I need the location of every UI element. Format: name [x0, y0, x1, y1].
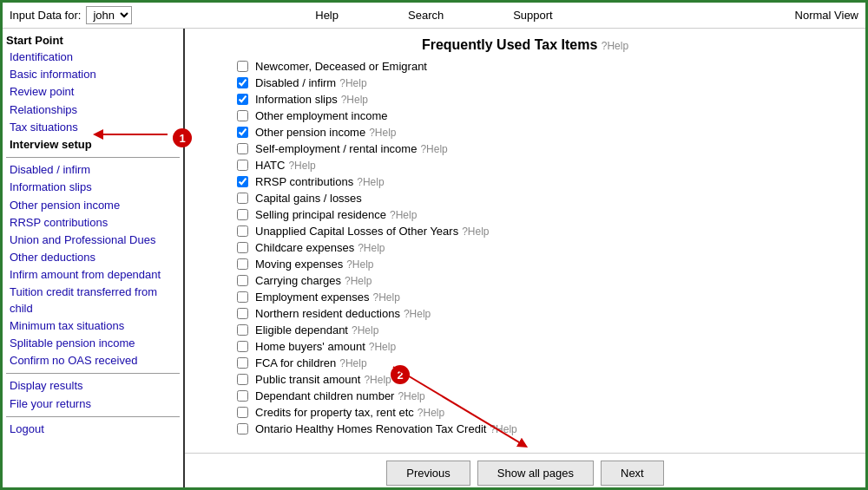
show-all-pages-button[interactable]: Show all pages: [477, 461, 594, 486]
top-bar: Input Data for: john Help Search Support…: [3, 3, 865, 29]
bottom-bar: Previous Show all pages Next: [185, 453, 865, 490]
sidebar-item-other-pension[interactable]: Other pension income: [6, 197, 180, 214]
sidebar-item-tax-situations[interactable]: Tax situations: [6, 119, 180, 136]
tax-item-label-rrsp: RRSP contributions: [255, 175, 353, 188]
support-link[interactable]: Support: [513, 9, 553, 22]
tax-item-checkbox-capital-gains[interactable]: [237, 193, 248, 204]
tax-item-help-self-employment[interactable]: ?Help: [420, 143, 447, 155]
sidebar-item-basic-information[interactable]: Basic information: [6, 66, 180, 83]
tax-item-label-public-transit: Public transit amount: [255, 373, 360, 386]
tax-item-checkbox-dependant-children[interactable]: [237, 390, 248, 402]
tax-item-help-fca-children[interactable]: ?Help: [339, 357, 366, 369]
sidebar-item-union-dues[interactable]: Union and Professional Dues: [6, 232, 180, 249]
tax-item-help-childcare[interactable]: ?Help: [358, 242, 385, 254]
sidebar-item-logout[interactable]: Logout: [6, 421, 180, 438]
tax-item-label-other-pension: Other pension income: [255, 126, 365, 139]
tax-item-label-newcomer: Newcomer, Deceased or Emigrant: [255, 60, 427, 73]
tax-item-checkbox-information-slips[interactable]: [237, 94, 248, 105]
tax-item-checkbox-ontario-healthy[interactable]: [237, 423, 248, 434]
tax-item-help-public-transit[interactable]: ?Help: [364, 374, 391, 386]
tax-item-checkbox-home-buyers[interactable]: [237, 341, 248, 352]
tax-item-row: Northern resident deductions?Help: [237, 305, 831, 322]
input-for-select[interactable]: john: [86, 6, 132, 24]
tax-item-row: Moving expenses?Help: [237, 256, 831, 272]
sidebar-item-file-returns[interactable]: File your returns: [6, 395, 180, 413]
tax-item-checkbox-credits-property[interactable]: [237, 407, 248, 418]
tax-item-checkbox-carrying[interactable]: [237, 275, 248, 286]
tax-item-help-eligible-dependant[interactable]: ?Help: [352, 324, 378, 336]
previous-button[interactable]: Previous: [386, 461, 470, 486]
tax-item-row: Unapplied Capital Losses of Other Years?…: [237, 223, 831, 239]
sidebar-item-infirm-amount[interactable]: Infirm amount from dependant: [6, 266, 180, 284]
tax-item-checkbox-selling-residence[interactable]: [237, 209, 248, 220]
tax-item-row: RRSP contributions?Help: [237, 173, 831, 190]
tax-item-checkbox-unapplied-capital[interactable]: [237, 225, 248, 237]
next-button[interactable]: Next: [601, 461, 664, 486]
tax-item-help-information-slips[interactable]: ?Help: [341, 94, 368, 106]
tax-item-checkbox-employment-expenses[interactable]: [237, 291, 248, 303]
tax-item-help-selling-residence[interactable]: ?Help: [390, 209, 417, 221]
tax-item-checkbox-rrsp[interactable]: [237, 176, 248, 187]
sidebar-item-other-deductions[interactable]: Other deductions: [6, 249, 180, 266]
sidebar-divider-2: [6, 373, 180, 374]
top-bar-left: Input Data for: john: [10, 6, 222, 24]
sidebar-item-rrsp[interactable]: RRSP contributions: [6, 214, 180, 232]
tax-item-checkbox-childcare[interactable]: [237, 242, 248, 253]
sidebar-item-information-slips[interactable]: Information slips: [6, 179, 180, 196]
tax-item-help-unapplied-capital[interactable]: ?Help: [462, 225, 489, 238]
tax-item-help-employment-expenses[interactable]: ?Help: [373, 291, 400, 304]
sidebar-item-tuition-credit[interactable]: Tuition credit transferred from child: [6, 284, 180, 317]
tax-item-checkbox-fca-children[interactable]: [237, 357, 248, 369]
tax-item-help-rrsp[interactable]: ?Help: [357, 176, 384, 188]
tax-item-label-capital-gains: Capital gains / losses: [255, 192, 362, 205]
tax-item-checkbox-eligible-dependant[interactable]: [237, 324, 248, 336]
tax-item-label-home-buyers: Home buyers' amount: [255, 340, 365, 353]
start-point-title: Start Point: [6, 34, 180, 47]
tax-item-help-carrying[interactable]: ?Help: [345, 275, 372, 287]
sidebar-item-splitable-pension[interactable]: Splitable pension income: [6, 335, 180, 352]
tax-item-row: Dependant children number?Help: [237, 388, 831, 404]
tax-item-help-credits-property[interactable]: ?Help: [418, 407, 444, 419]
sidebar-item-review-point[interactable]: Review point: [6, 83, 180, 101]
title-help-link[interactable]: ?Help: [602, 40, 628, 52]
sidebar-item-disabled-infirm[interactable]: Disabled / infirm: [6, 161, 180, 179]
tax-item-label-ontario-healthy: Ontario Healthy Homes Renovation Tax Cre…: [255, 422, 486, 435]
input-data-label: Input Data for:: [10, 9, 81, 22]
tax-item-label-credits-property: Credits for property tax, rent etc: [255, 406, 414, 419]
sidebar-divider-3: [6, 416, 180, 417]
tax-item-label-employment-expenses: Employment expenses: [255, 291, 370, 304]
tax-item-help-ontario-healthy[interactable]: ?Help: [490, 423, 516, 435]
tax-item-help-dependant-children[interactable]: ?Help: [398, 390, 424, 402]
tax-item-row: Newcomer, Deceased or Emigrant: [237, 58, 831, 75]
tax-item-help-disabled-infirm[interactable]: ?Help: [339, 77, 366, 89]
sidebar: Start Point Identification Basic informa…: [3, 29, 185, 490]
tax-item-row: Self-employment / rental income?Help: [237, 140, 831, 157]
tax-item-checkbox-newcomer[interactable]: [237, 61, 248, 72]
sidebar-item-confirm-oas[interactable]: Confirm no OAS received: [6, 352, 180, 369]
tax-item-checkbox-disabled-infirm[interactable]: [237, 77, 248, 88]
tax-item-row: Capital gains / losses: [237, 190, 831, 206]
tax-item-checkbox-other-employment[interactable]: [237, 110, 248, 121]
tax-item-checkbox-self-employment[interactable]: [237, 143, 248, 154]
tax-item-checkbox-moving[interactable]: [237, 258, 248, 270]
tax-item-label-northern-resident: Northern resident deductions: [255, 307, 400, 320]
tax-item-help-home-buyers[interactable]: ?Help: [369, 341, 396, 353]
tax-item-label-moving: Moving expenses: [255, 258, 343, 271]
search-link[interactable]: Search: [408, 9, 444, 22]
tax-item-help-other-pension[interactable]: ?Help: [369, 127, 396, 139]
sidebar-item-display-results[interactable]: Display results: [6, 377, 180, 395]
sidebar-item-relationships[interactable]: Relationships: [6, 101, 180, 119]
tax-item-help-moving[interactable]: ?Help: [346, 258, 373, 271]
help-link[interactable]: Help: [315, 9, 339, 22]
tax-item-help-hatc[interactable]: ?Help: [288, 160, 315, 172]
tax-item-checkbox-public-transit[interactable]: [237, 374, 248, 385]
tax-item-label-selling-residence: Selling principal residence: [255, 208, 386, 221]
tax-item-checkbox-northern-resident[interactable]: [237, 308, 248, 319]
tax-item-checkbox-other-pension[interactable]: [237, 127, 248, 138]
sidebar-item-minimum-tax[interactable]: Minimum tax situations: [6, 317, 180, 335]
sidebar-item-interview-setup[interactable]: Interview setup: [6, 136, 180, 154]
tax-item-checkbox-hatc[interactable]: [237, 160, 248, 171]
tax-item-help-northern-resident[interactable]: ?Help: [404, 308, 431, 320]
sidebar-item-identification[interactable]: Identification: [6, 49, 180, 66]
tax-item-row: Employment expenses?Help: [237, 289, 831, 305]
